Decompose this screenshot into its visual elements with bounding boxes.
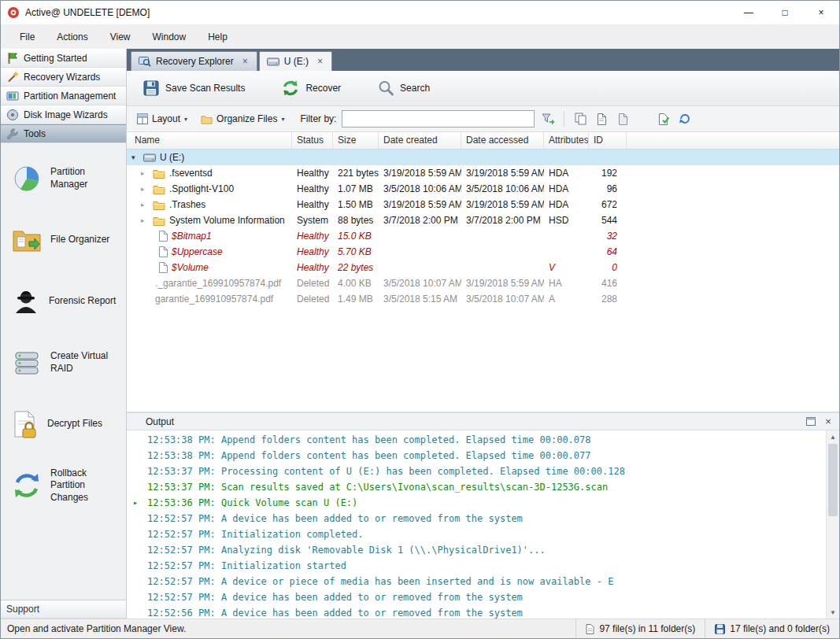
table-row[interactable]: ▸.fseventsdHealthy221 bytes3/19/2018 5:5…	[127, 165, 839, 181]
scroll-down-icon[interactable]: ▼	[827, 606, 839, 619]
tab-strip: Recovery Explorer×U (E:)×	[127, 49, 839, 71]
refresh-icon[interactable]	[677, 113, 693, 125]
cell-created: 3/5/2018 5:15 AM	[379, 294, 461, 305]
tool-partition-manager[interactable]: Partition Manager	[1, 148, 126, 209]
column-header-date-accessed[interactable]: Date accessed	[461, 132, 544, 149]
chevron-collapsed-icon[interactable]: ▸	[141, 216, 149, 224]
column-header-status[interactable]: Status	[292, 132, 333, 149]
menu-item-view[interactable]: View	[99, 24, 142, 49]
window-controls: — □ ×	[731, 1, 839, 24]
partition-management-icon	[6, 90, 19, 102]
folder-icon	[153, 216, 165, 226]
document-gray-icon[interactable]	[615, 113, 631, 125]
column-header-attributes[interactable]: Attributes	[544, 132, 589, 149]
column-header-date-created[interactable]: Date created	[379, 132, 461, 149]
sidebar-spacer	[1, 516, 126, 600]
file-organizer-icon	[12, 227, 42, 253]
output-line: 12:53:38 PM: Append folders content has …	[127, 448, 826, 464]
tab-recovery-explorer[interactable]: Recovery Explorer×	[131, 51, 257, 71]
sidebar-item-recovery-wizards[interactable]: Recovery Wizards	[1, 68, 126, 87]
validate-results-icon[interactable]	[656, 113, 672, 125]
search-button[interactable]: Search	[369, 76, 438, 101]
folder-icon	[153, 200, 165, 210]
tool-forensic-report[interactable]: Forensic Report	[1, 271, 126, 332]
file-table: NameStatusSizeDate createdDate accessedA…	[127, 132, 839, 412]
tool-rollback-partition-changes[interactable]: Rollback Partition Changes	[1, 455, 126, 516]
sidebar-item-getting-started[interactable]: Getting Started	[1, 49, 126, 68]
document-icon[interactable]	[594, 113, 609, 125]
rollback-partition-changes-icon	[12, 471, 42, 500]
recovery-wizards-icon	[6, 71, 19, 83]
output-panel-title: Output	[146, 416, 174, 427]
layout-dropdown[interactable]: Layout ▾	[133, 111, 191, 127]
row-label: .fseventsd	[169, 168, 213, 179]
file-table-header: NameStatusSizeDate createdDate accessedA…	[127, 132, 839, 150]
recover-button[interactable]: Recover	[273, 75, 349, 102]
tool-file-organizer[interactable]: File Organizer	[1, 209, 126, 271]
close-panel-icon[interactable]: ×	[822, 416, 834, 427]
row-label: garantie_169910957874.pdf	[155, 294, 273, 305]
float-panel-icon[interactable]	[806, 417, 816, 426]
drive-icon	[143, 153, 156, 163]
tab-u-e[interactable]: U (E:)×	[259, 51, 332, 71]
tab-close-icon[interactable]: ×	[241, 56, 250, 67]
search-label: Search	[400, 83, 430, 94]
cell-id: 96	[589, 183, 627, 194]
row-label: .Trashes	[169, 199, 205, 210]
sidebar-item-disk-image-wizards[interactable]: Disk Image Wizards	[1, 105, 126, 124]
apply-filter-icon[interactable]	[540, 113, 556, 125]
menu-item-file[interactable]: File	[9, 24, 46, 49]
current-line-marker: ▸	[133, 495, 138, 511]
copy-icon[interactable]	[572, 113, 588, 125]
sidebar: Getting StartedRecovery WizardsPartition…	[1, 49, 127, 619]
table-row[interactable]: ▸System Volume InformationSystem88 bytes…	[127, 212, 839, 228]
cell-size: 88 bytes	[333, 215, 379, 226]
partition-manager-icon	[12, 164, 42, 193]
table-row[interactable]: ▸.TrashesHealthy1.50 MB3/19/2018 5:59 AM…	[127, 197, 839, 212]
output-scrollbar[interactable]: ▲ ▼	[826, 430, 839, 619]
menu-item-help[interactable]: Help	[197, 24, 239, 49]
save-scan-results-button[interactable]: Save Scan Results	[135, 76, 253, 101]
table-row[interactable]: ▸.Spotlight-V100Healthy1.07 MB3/5/2018 1…	[127, 181, 839, 197]
cell-created: 3/19/2018 5:59 AM	[379, 199, 461, 210]
tool-create-virtual-raid[interactable]: Create Virtual RAID	[1, 332, 126, 393]
table-row[interactable]: ._garantie_169910957874.pdfDeleted4.00 K…	[127, 275, 839, 291]
chevron-collapsed-icon[interactable]: ▸	[141, 185, 149, 193]
menu-item-actions[interactable]: Actions	[46, 24, 98, 49]
close-button[interactable]: ×	[803, 1, 839, 24]
output-line: 12:52:57 PM: Initialization started	[127, 558, 826, 574]
sidebar-item-tools[interactable]: Tools	[1, 124, 126, 143]
filter-input[interactable]	[342, 110, 535, 127]
files-count-section: 97 file(s) in 11 folder(s)	[575, 619, 705, 638]
cell-id: 544	[589, 215, 627, 226]
table-row[interactable]: $Bitmap1Healthy15.0 KB32	[127, 228, 839, 244]
minimize-button[interactable]: —	[731, 1, 767, 24]
sidebar-item-partition-management[interactable]: Partition Management	[1, 87, 126, 105]
table-row-root[interactable]: ▾U (E:)	[127, 150, 839, 165]
chevron-expanded-icon[interactable]: ▾	[131, 153, 139, 161]
scrollbar-thumb[interactable]	[828, 444, 838, 516]
tab-close-icon[interactable]: ×	[316, 56, 324, 67]
chevron-collapsed-icon[interactable]: ▸	[141, 201, 149, 209]
sidebar-item-support[interactable]: Support	[1, 600, 126, 619]
cell-status: Healthy	[292, 262, 333, 273]
cell-accessed: 3/19/2018 5:59 AM	[461, 168, 544, 179]
table-row[interactable]: garantie_169910957874.pdfDeleted1.49 MB3…	[127, 291, 839, 307]
column-header-size[interactable]: Size	[333, 132, 379, 149]
folder-icon	[153, 184, 165, 194]
output-line: ▸12:53:36 PM: Quick Volume scan U (E:)	[127, 495, 826, 511]
tools-icon	[6, 127, 19, 140]
maximize-button[interactable]: □	[767, 1, 803, 24]
column-header-name[interactable]: Name	[127, 132, 292, 149]
output-body: 12:53:38 PM: Append folders content has …	[127, 430, 839, 619]
cell-id: 416	[589, 278, 627, 289]
table-row[interactable]: $UppercaseHealthy5.70 KB64	[127, 244, 839, 260]
scroll-up-icon[interactable]: ▲	[827, 430, 839, 443]
menu-item-window[interactable]: Window	[142, 24, 198, 49]
table-row[interactable]: $VolumeHealthy22 bytesV0	[127, 260, 839, 275]
organize-files-dropdown[interactable]: Organize Files ▾	[197, 111, 288, 127]
tool-decrypt-files[interactable]: Decrypt Files	[1, 393, 126, 455]
chevron-collapsed-icon[interactable]: ▸	[141, 169, 149, 177]
chevron-down-icon: ▾	[281, 116, 284, 123]
column-header-id[interactable]: ID	[589, 132, 627, 149]
